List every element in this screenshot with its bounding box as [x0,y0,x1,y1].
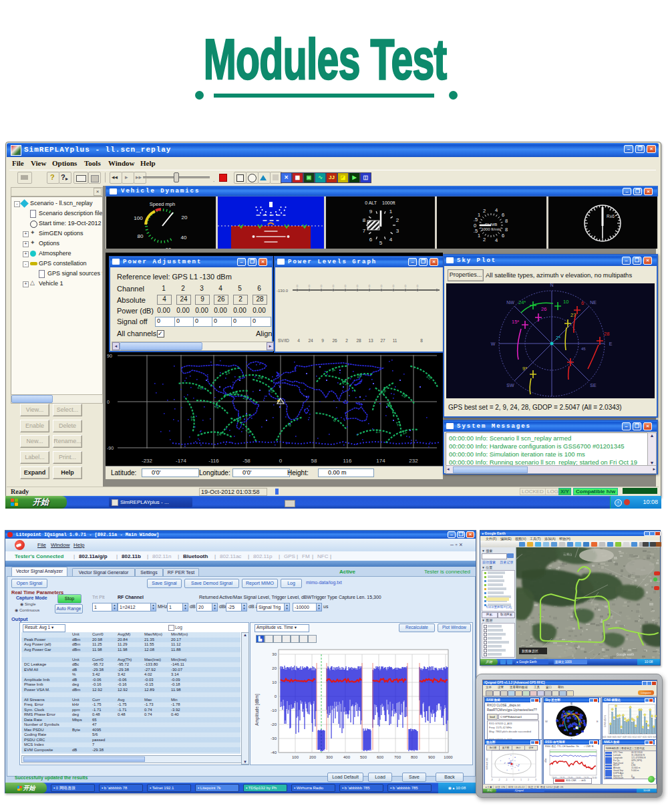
svg-text:新图像选区: 新图像选区 [522,649,538,654]
svg-text:600: 600 [377,755,384,759]
svg-text:W: W [491,342,496,346]
svg-text:1: 1 [478,212,480,218]
svg-text:6: 6 [502,212,504,218]
svg-text:W: W [545,720,548,723]
svg-text:0: 0 [357,284,359,288]
svg-text:-3: -3 [491,779,493,781]
svg-text:2: 2 [345,338,348,343]
svg-text:3: 3 [535,779,536,781]
svg-text:58: 58 [311,458,317,464]
svg-text:1: 1 [520,779,522,781]
svg-text:4: 4 [389,237,393,243]
svg-text:+: + [506,769,508,771]
svg-text:E: E [609,342,613,346]
svg-text:1000ft: 1000ft [382,200,395,205]
svg-text:SV/ID: SV/ID [278,338,289,343]
svg-text:15*: 15* [512,319,519,325]
svg-text:2*: 2* [556,335,560,341]
svg-text:G01 G03 G05 G07 G09 G11 G14 G1: G01 G03 G05 G07 G09 G11 G14 G17 G20 G23 … [603,736,657,738]
svg-text:116: 116 [343,458,352,464]
svg-text:8: 8 [505,227,508,233]
svg-text:24: 24 [257,374,263,380]
svg-text:+: + [500,759,501,762]
svg-text:80: 80 [138,233,144,239]
svg-text:6: 6 [369,237,373,243]
svg-text:+: + [516,764,517,767]
svg-text:0: 0 [393,284,395,288]
svg-text:45: 45 [581,347,586,351]
svg-text:-1: -1 [506,779,508,781]
svg-text:9*: 9* [522,366,527,372]
svg-text:1000 ft/min: 1000 ft/min [481,227,501,231]
svg-text:6: 6 [581,300,584,306]
svg-text:11: 11 [393,338,397,343]
svg-text:-58: -58 [242,458,251,464]
svg-text:7: 7 [363,228,366,234]
svg-text:1000: 1000 [444,755,453,759]
svg-text:14:40: 14:40 [592,777,597,779]
svg-text:2: 2 [396,217,399,223]
svg-text:1: 1 [389,209,393,215]
svg-text:26: 26 [332,338,337,343]
svg-text:0: 0 [275,694,277,698]
svg-text:-174: -174 [176,458,187,464]
svg-text:0: 0 [297,284,299,288]
svg-text:700: 700 [394,755,401,759]
svg-text:500: 500 [360,755,367,759]
svg-text:云湖山: 云湖山 [563,553,572,556]
svg-text:Amplitude [dBm]: Amplitude [dBm] [255,694,260,726]
svg-text:8: 8 [363,217,366,223]
svg-text:SE: SE [590,383,597,388]
svg-text:纬度偏差 (m): 纬度偏差 (m) [486,758,488,769]
svg-text:+: + [510,754,512,757]
svg-text:31: 31 [190,415,195,421]
svg-text:60: 60 [166,247,172,249]
svg-text:90: 90 [107,354,112,358]
svg-text:-10: -10 [271,708,277,712]
svg-text:28: 28 [356,338,361,343]
svg-text:-232: -232 [142,458,153,464]
svg-text:232: 232 [409,458,418,464]
svg-text:+: + [508,762,510,765]
svg-text:174: 174 [376,458,385,464]
svg-text:0: 0 [405,284,407,288]
svg-text:+: + [508,757,510,760]
svg-text:20: 20 [272,666,277,670]
svg-text:0: 0 [107,400,110,404]
svg-text:24*: 24* [518,299,526,305]
svg-text:900: 900 [428,755,436,759]
svg-text:Speed mph: Speed mph [150,201,175,207]
svg-text:2: 2 [483,208,486,214]
svg-text:14: 14 [216,431,222,436]
svg-text:C/N0 dB-Hz: C/N0 dB-Hz [604,714,607,727]
svg-text:8: 8 [420,338,423,343]
svg-text:100: 100 [292,755,299,759]
svg-text:NW: NW [506,300,514,305]
svg-text:SW: SW [506,383,514,388]
svg-text:400: 400 [343,755,351,759]
svg-text:+: + [518,769,520,771]
svg-text:+: + [504,762,505,765]
svg-text:20: 20 [182,215,188,221]
svg-text:17: 17 [375,429,381,434]
svg-text:6: 6 [502,233,504,239]
svg-text:30: 30 [272,652,277,656]
svg-text:+: + [514,756,516,759]
svg-text:0: 0 [513,779,514,781]
svg-text:1: 1 [478,233,480,239]
svg-text:E: E [597,720,599,723]
svg-text:2: 2 [528,779,529,781]
svg-text:0 ALT: 0 ALT [365,200,377,205]
svg-text:-130.0: -130.0 [277,289,289,293]
svg-text:0: 0 [345,284,347,288]
svg-text:-116: -116 [208,458,219,464]
svg-text:-20: -20 [271,722,277,726]
svg-text:800: 800 [411,755,418,759]
svg-text:100: 100 [134,215,143,221]
svg-text:NE: NE [590,300,597,305]
svg-text:0: 0 [381,284,383,288]
svg-text:+: + [518,763,520,766]
svg-text:R±6: R±6 [607,214,615,219]
svg-text:8: 8 [505,218,508,224]
svg-text:0: 0 [369,284,371,288]
